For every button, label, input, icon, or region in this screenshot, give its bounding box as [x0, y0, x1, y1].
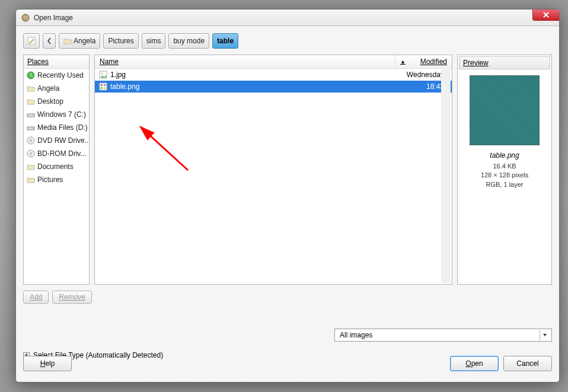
place-label: Desktop	[37, 97, 63, 106]
preview-size: 16.4 KB	[493, 162, 516, 171]
filter-value: All images	[340, 331, 372, 339]
file-list-header: Name ▲ Modified	[95, 55, 452, 69]
file-modified-text: Wednesday	[394, 71, 448, 79]
breadcrumb-table[interactable]: table	[212, 33, 238, 49]
path-toolbar: Angela Pictures sims buy mode table	[23, 33, 552, 49]
svg-point-16	[101, 73, 103, 75]
place-label: Recently Used	[37, 71, 84, 79]
place-label: Windows 7 (C:)	[37, 110, 86, 119]
chevron-left-icon	[47, 37, 52, 44]
disc-icon	[27, 149, 35, 158]
button-label: Remove	[59, 293, 85, 301]
sort-asc-icon: ▲	[400, 59, 406, 65]
remove-place-button[interactable]: Remove	[52, 291, 92, 304]
button-label: Cancel	[516, 359, 538, 368]
place-label: Angela	[37, 84, 59, 93]
column-name[interactable]: Name	[95, 55, 395, 68]
place-angela[interactable]: Angela	[24, 82, 89, 95]
window-title: Open Image	[34, 14, 73, 22]
breadcrumb-label: Pictures	[108, 37, 133, 45]
places-panel: Places Recently Used Angela Desktop	[23, 55, 90, 285]
svg-point-12	[30, 140, 32, 142]
place-label: Pictures	[37, 176, 63, 184]
places-buttons: Add Remove	[23, 291, 552, 304]
file-name-text: table.png	[110, 82, 139, 91]
preview-header: Preview	[459, 56, 550, 69]
breadcrumb-label: table	[217, 37, 234, 45]
svg-point-10	[33, 128, 34, 129]
breadcrumb-angela[interactable]: Angela	[59, 33, 100, 49]
place-label: Media Files (D:)	[37, 123, 88, 132]
svg-rect-17	[100, 83, 107, 90]
svg-rect-21	[104, 87, 106, 89]
file-list-panel: Name ▲ Modified 1.jpg Wednesday	[94, 55, 452, 285]
image-file-icon	[99, 71, 107, 79]
place-label: BD-ROM Driv...	[37, 149, 86, 158]
breadcrumb-pictures[interactable]: Pictures	[103, 33, 138, 49]
scrollbar[interactable]	[441, 68, 451, 283]
pencil-icon	[27, 36, 36, 46]
image-file-icon	[99, 82, 107, 91]
svg-rect-20	[101, 87, 103, 89]
place-drive-d[interactable]: Media Files (D:)	[24, 121, 89, 134]
button-label: Open	[465, 359, 483, 368]
help-button[interactable]: Help	[23, 356, 72, 371]
drive-icon	[27, 110, 35, 119]
edit-path-button[interactable]	[23, 33, 40, 49]
place-desktop[interactable]: Desktop	[24, 95, 89, 108]
folder-icon	[27, 162, 35, 171]
drive-icon	[27, 123, 35, 132]
dialog-buttons: Help Open Cancel	[23, 356, 552, 371]
disc-icon	[27, 136, 35, 145]
file-row[interactable]: 1.jpg Wednesday	[95, 69, 452, 81]
breadcrumb-label: Angela	[74, 37, 95, 45]
preview-image	[470, 75, 540, 145]
chevron-down-icon	[540, 330, 549, 340]
svg-point-4	[26, 17, 27, 17]
places-list: Recently Used Angela Desktop Windows 7 (…	[24, 69, 89, 284]
folder-icon	[27, 97, 35, 106]
folder-icon	[63, 37, 72, 44]
breadcrumb-buymode[interactable]: buy mode	[168, 33, 209, 49]
preview-panel: Preview table.png 16.4 KB 128 × 128 pixe…	[457, 55, 552, 285]
preview-dimensions: 128 × 128 pixels	[481, 171, 528, 180]
titlebar[interactable]: Open Image	[16, 9, 559, 26]
place-documents[interactable]: Documents	[24, 160, 89, 173]
filter-row: All images	[334, 329, 552, 342]
place-bdrom[interactable]: BD-ROM Driv...	[24, 147, 89, 160]
close-button[interactable]	[532, 9, 560, 21]
gimp-icon	[21, 13, 30, 23]
open-button[interactable]: Open	[450, 356, 499, 371]
preview-filename: table.png	[490, 151, 519, 160]
svg-point-14	[30, 153, 32, 155]
column-modified[interactable]: ▲ Modified	[395, 55, 452, 68]
place-recently-used[interactable]: Recently Used	[24, 69, 89, 82]
svg-rect-18	[101, 84, 103, 86]
file-filter-select[interactable]: All images	[334, 329, 552, 342]
breadcrumb-label: buy mode	[173, 37, 205, 45]
back-button[interactable]	[43, 33, 56, 49]
file-rows[interactable]: 1.jpg Wednesday table.png 18:43	[95, 69, 452, 284]
place-label: Documents	[37, 162, 74, 171]
file-name-text: 1.jpg	[110, 71, 126, 79]
breadcrumb-sims[interactable]: sims	[142, 33, 166, 49]
folder-icon	[27, 176, 35, 184]
clock-icon	[27, 71, 35, 79]
place-dvd[interactable]: DVD RW Drive...	[24, 134, 89, 147]
add-place-button[interactable]: Add	[23, 291, 49, 304]
svg-point-8	[33, 115, 34, 116]
cancel-button[interactable]: Cancel	[503, 356, 552, 371]
place-pictures[interactable]: Pictures	[24, 173, 89, 186]
place-label: DVD RW Drive...	[37, 136, 89, 145]
button-label: Add	[30, 293, 42, 301]
svg-point-0	[22, 14, 29, 21]
file-modified-text: 18:43	[394, 82, 448, 91]
file-row[interactable]: table.png 18:43	[95, 81, 452, 93]
preview-mode: RGB, 1 layer	[486, 180, 524, 189]
preview-body: table.png 16.4 KB 128 × 128 pixels RGB, …	[459, 69, 550, 195]
breadcrumb-label: sims	[146, 37, 161, 45]
button-label: Help	[40, 359, 55, 368]
places-header[interactable]: Places	[24, 55, 89, 69]
place-drive-c[interactable]: Windows 7 (C:)	[24, 108, 89, 121]
column-label: Modified	[420, 58, 447, 66]
